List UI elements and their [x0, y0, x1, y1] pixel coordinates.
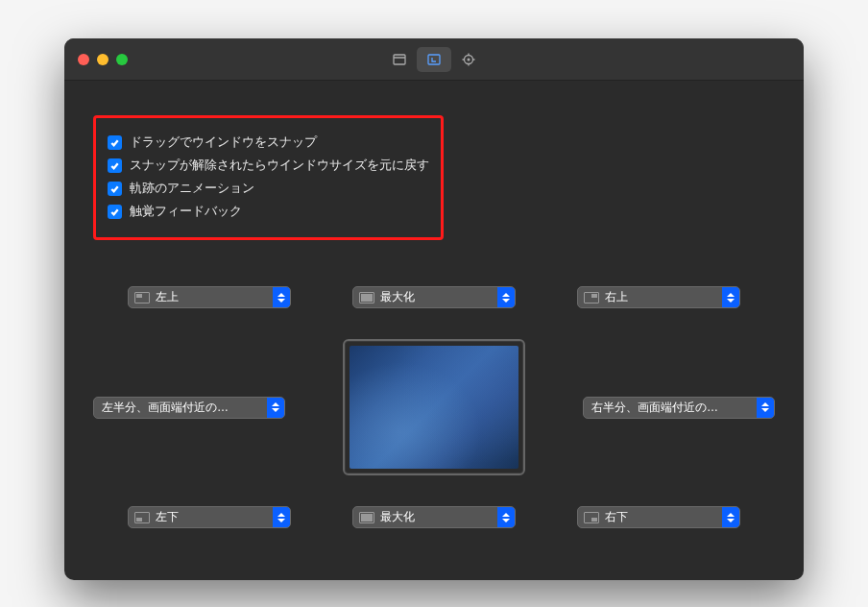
toolbar-tabs	[382, 47, 486, 72]
checkbox-row-restore-size[interactable]: スナップが解除されたらウインドウサイズを元に戻す	[108, 157, 429, 174]
checkbox-icon	[108, 158, 122, 173]
svg-rect-0	[394, 55, 405, 64]
zoom-window-button[interactable]	[116, 54, 128, 65]
desktop-preview	[343, 339, 525, 475]
checkbox-icon	[108, 205, 122, 219]
checkbox-row-haptic[interactable]: 触覚フィードバック	[108, 203, 429, 220]
position-maximize-icon	[359, 292, 374, 304]
grid-row-top: 左上 最大化 右上	[93, 286, 775, 308]
checkbox-label: 触覚フィードバック	[130, 203, 242, 220]
checkbox-icon	[108, 135, 122, 150]
tab-advanced[interactable]	[451, 47, 486, 72]
minimize-window-button[interactable]	[97, 54, 108, 65]
checkbox-row-animate-trail[interactable]: 軌跡のアニメーション	[108, 180, 429, 197]
svg-rect-2	[428, 55, 440, 64]
preferences-window: ドラッグでウインドウをスナップ スナップが解除されたらウインドウサイズを元に戻す…	[64, 38, 804, 580]
checkbox-label: スナップが解除されたらウインドウサイズを元に戻す	[130, 157, 429, 174]
grid-row-middle: 左半分、画面端付近の… 右半分、画面端付近の…	[93, 339, 775, 475]
dropdown-bottom-center[interactable]: 最大化	[352, 506, 516, 528]
dropdown-bottom-left[interactable]: 左下	[128, 506, 291, 528]
titlebar	[64, 38, 804, 81]
checkbox-group-highlight: ドラッグでウインドウをスナップ スナップが解除されたらウインドウサイズを元に戻す…	[93, 115, 444, 240]
dropdown-arrows-icon	[757, 398, 774, 418]
svg-point-4	[468, 58, 470, 61]
dropdown-label: 右上	[605, 289, 722, 305]
dropdown-mid-left[interactable]: 左半分、画面端付近の…	[93, 397, 285, 419]
checkbox-label: ドラッグでウインドウをスナップ	[130, 134, 317, 151]
dropdown-label: 右下	[605, 509, 722, 525]
dropdown-arrows-icon	[267, 398, 284, 418]
position-maximize-icon	[359, 512, 374, 523]
position-bottom-left-icon	[134, 512, 150, 523]
dropdown-arrows-icon	[497, 507, 515, 527]
dropdown-top-right[interactable]: 右上	[577, 286, 740, 308]
dropdown-arrows-icon	[273, 507, 290, 527]
dropdown-label: 左下	[156, 509, 273, 525]
close-window-button[interactable]	[78, 54, 89, 65]
dropdown-bottom-right[interactable]: 右下	[577, 506, 740, 528]
checkbox-label: 軌跡のアニメーション	[130, 180, 254, 197]
dropdown-label: 左上	[156, 289, 273, 305]
dropdown-arrows-icon	[497, 287, 515, 307]
tab-general[interactable]	[382, 47, 417, 72]
checkbox-row-snap-drag[interactable]: ドラッグでウインドウをスナップ	[108, 134, 429, 151]
dropdown-top-center[interactable]: 最大化	[352, 286, 516, 308]
desktop-wallpaper-icon	[350, 346, 518, 469]
dropdown-arrows-icon	[722, 507, 739, 527]
dropdown-label: 最大化	[380, 289, 497, 305]
content-area: ドラッグでウインドウをスナップ スナップが解除されたらウインドウサイズを元に戻す…	[64, 81, 804, 580]
checkbox-icon	[108, 182, 122, 196]
dropdown-arrows-icon	[722, 287, 739, 307]
position-bottom-right-icon	[584, 512, 599, 523]
grid-row-bottom: 左下 最大化 右下	[93, 506, 775, 528]
position-top-left-icon	[134, 292, 150, 304]
dropdown-label: 最大化	[380, 509, 497, 525]
snap-zone-grid: 左上 最大化 右上 左半分、画面端付近	[93, 286, 775, 528]
dropdown-arrows-icon	[273, 287, 290, 307]
position-top-right-icon	[584, 292, 599, 304]
tab-snap[interactable]	[417, 47, 451, 72]
dropdown-top-left[interactable]: 左上	[128, 286, 291, 308]
window-controls	[78, 54, 128, 65]
dropdown-label: 右半分、画面端付近の…	[590, 400, 757, 416]
dropdown-mid-right[interactable]: 右半分、画面端付近の…	[583, 397, 775, 419]
dropdown-label: 左半分、画面端付近の…	[100, 400, 267, 416]
